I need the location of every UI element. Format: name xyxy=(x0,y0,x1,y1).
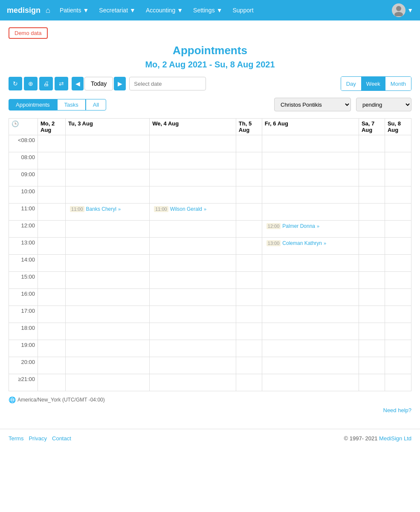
calendar-cell[interactable] xyxy=(38,152,66,169)
calendar-cell[interactable] xyxy=(150,323,236,340)
calendar-cell[interactable] xyxy=(359,289,385,306)
calendar-cell[interactable] xyxy=(66,272,150,289)
calendar-cell[interactable] xyxy=(150,357,236,374)
calendar-cell[interactable] xyxy=(38,169,66,186)
calendar-cell[interactable] xyxy=(236,323,262,340)
calendar-cell[interactable] xyxy=(66,323,150,340)
calendar-cell[interactable] xyxy=(236,374,262,391)
footer-terms[interactable]: Terms xyxy=(9,435,23,442)
calendar-cell[interactable] xyxy=(66,357,150,374)
calendar-cell[interactable]: 11:00Wilson Gerald » xyxy=(150,204,236,221)
view-week-button[interactable]: Week xyxy=(361,77,385,90)
calendar-cell[interactable] xyxy=(385,186,411,204)
calendar-cell[interactable] xyxy=(38,221,66,238)
calendar-cell[interactable] xyxy=(66,169,150,186)
calendar-cell[interactable] xyxy=(359,374,385,391)
calendar-cell[interactable] xyxy=(236,289,262,306)
calendar-cell[interactable] xyxy=(38,289,66,306)
calendar-cell[interactable] xyxy=(359,135,385,152)
calendar-cell[interactable] xyxy=(262,374,359,391)
date-select-input[interactable] xyxy=(129,77,206,90)
demo-data-button[interactable]: Demo data xyxy=(9,27,48,39)
calendar-cell[interactable] xyxy=(359,152,385,169)
calendar-cell[interactable] xyxy=(66,289,150,306)
view-day-button[interactable]: Day xyxy=(341,77,361,90)
need-help-link[interactable]: Need help? xyxy=(383,407,412,413)
next-week-button[interactable]: ▶ xyxy=(114,77,126,90)
calendar-cell[interactable] xyxy=(359,340,385,357)
calendar-cell[interactable] xyxy=(262,340,359,357)
calendar-cell[interactable] xyxy=(236,186,262,204)
tab-all[interactable]: All xyxy=(86,99,106,111)
calendar-cell[interactable] xyxy=(150,374,236,391)
calendar-cell[interactable] xyxy=(150,135,236,152)
calendar-cell[interactable] xyxy=(359,306,385,323)
brand-logo[interactable]: medisign xyxy=(7,6,41,15)
footer-contact[interactable]: Contact xyxy=(52,435,71,442)
calendar-cell[interactable] xyxy=(385,169,411,186)
calendar-cell[interactable] xyxy=(385,374,411,391)
calendar-cell[interactable] xyxy=(150,169,236,186)
calendar-cell[interactable] xyxy=(385,289,411,306)
calendar-cell[interactable] xyxy=(385,357,411,374)
calendar-cell[interactable] xyxy=(385,204,411,221)
calendar-cell[interactable] xyxy=(385,340,411,357)
sync-button[interactable]: ⇄ xyxy=(55,77,68,90)
appointment-badge[interactable]: 13:00Coleman Kathryn » xyxy=(265,239,328,247)
calendar-cell[interactable] xyxy=(38,272,66,289)
calendar-cell[interactable] xyxy=(385,323,411,340)
appointment-badge[interactable]: 11:00Wilson Gerald » xyxy=(152,205,208,213)
calendar-cell[interactable] xyxy=(262,135,359,152)
tab-appointments[interactable]: Appointments xyxy=(9,99,57,111)
print-button[interactable]: 🖨 xyxy=(39,77,53,90)
calendar-cell[interactable] xyxy=(66,152,150,169)
appointment-name[interactable]: Coleman Kathryn xyxy=(282,240,322,246)
appointment-name[interactable]: Banks Cheryl xyxy=(86,206,116,212)
add-button[interactable]: ⊕ xyxy=(24,77,38,90)
calendar-cell[interactable] xyxy=(236,340,262,357)
calendar-cell[interactable] xyxy=(66,186,150,204)
calendar-cell[interactable] xyxy=(236,152,262,169)
calendar-cell[interactable] xyxy=(38,186,66,204)
calendar-cell[interactable]: 13:00Coleman Kathryn » xyxy=(262,238,359,255)
calendar-cell[interactable] xyxy=(38,238,66,255)
calendar-cell[interactable] xyxy=(38,374,66,391)
calendar-cell[interactable] xyxy=(236,238,262,255)
calendar-cell[interactable] xyxy=(150,289,236,306)
calendar-cell[interactable] xyxy=(385,255,411,272)
appointment-name[interactable]: Palmer Donna xyxy=(282,223,315,229)
calendar-cell[interactable] xyxy=(359,272,385,289)
calendar-cell[interactable] xyxy=(38,204,66,221)
today-button[interactable]: Today xyxy=(84,77,113,90)
calendar-cell[interactable] xyxy=(359,221,385,238)
calendar-cell[interactable] xyxy=(262,169,359,186)
refresh-button[interactable]: ↻ xyxy=(9,77,22,90)
calendar-cell[interactable] xyxy=(359,204,385,221)
calendar-cell[interactable] xyxy=(150,238,236,255)
status-select[interactable]: pending xyxy=(356,98,411,111)
calendar-cell[interactable] xyxy=(38,306,66,323)
calendar-cell[interactable]: 12:00Palmer Donna » xyxy=(262,221,359,238)
calendar-cell[interactable] xyxy=(38,323,66,340)
calendar-cell[interactable] xyxy=(385,152,411,169)
calendar-cell[interactable] xyxy=(150,255,236,272)
calendar-cell[interactable] xyxy=(359,238,385,255)
appointment-name[interactable]: Wilson Gerald xyxy=(170,206,202,212)
calendar-cell[interactable] xyxy=(385,306,411,323)
nav-accounting[interactable]: Accounting ▼ xyxy=(142,4,187,16)
calendar-cell[interactable] xyxy=(66,374,150,391)
calendar-cell[interactable] xyxy=(359,186,385,204)
calendar-cell[interactable] xyxy=(150,272,236,289)
calendar-cell[interactable] xyxy=(385,238,411,255)
calendar-cell[interactable] xyxy=(66,306,150,323)
appointment-badge[interactable]: 12:00Palmer Donna » xyxy=(265,222,321,230)
calendar-cell[interactable] xyxy=(236,272,262,289)
calendar-cell[interactable] xyxy=(262,255,359,272)
calendar-cell[interactable] xyxy=(262,204,359,221)
calendar-cell[interactable] xyxy=(262,152,359,169)
calendar-cell[interactable] xyxy=(236,255,262,272)
nav-secretariat[interactable]: Secretariat ▼ xyxy=(95,4,140,16)
calendar-cell[interactable] xyxy=(359,323,385,340)
calendar-cell[interactable] xyxy=(385,221,411,238)
calendar-cell[interactable] xyxy=(262,357,359,374)
